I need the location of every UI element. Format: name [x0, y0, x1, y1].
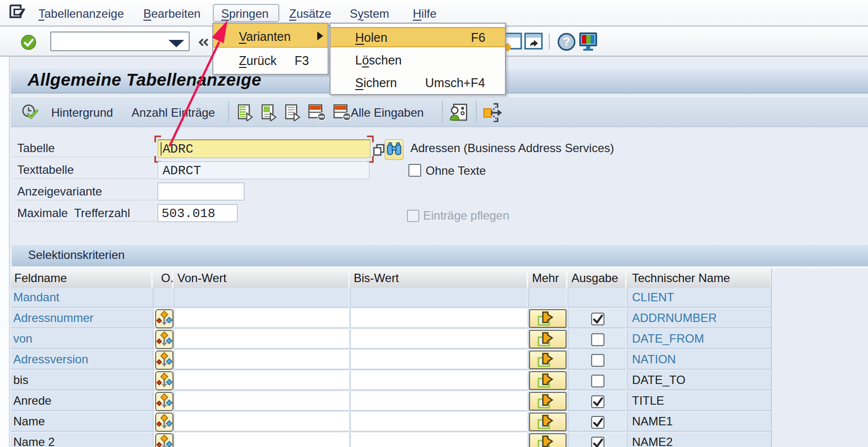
svg-text:?: ?	[563, 35, 570, 48]
